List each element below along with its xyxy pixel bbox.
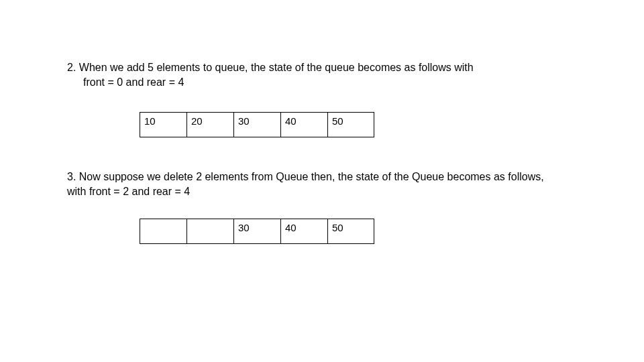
item-2-text: 2. When we add 5 elements to queue, the … — [67, 60, 604, 90]
queue-cell: 30 — [233, 219, 280, 244]
queue-row-1: 10 20 30 40 50 — [140, 112, 604, 137]
item-2-line1: 2. When we add 5 elements to queue, the … — [67, 60, 604, 75]
item-3-number: 3. — [67, 171, 76, 182]
list-item-2: 2. When we add 5 elements to queue, the … — [67, 60, 604, 137]
list-item-3: 3. Now suppose we delete 2 elements from… — [67, 170, 604, 244]
queue-cell: 30 — [233, 112, 280, 137]
item-3-line1: 3. Now suppose we delete 2 elements from… — [67, 170, 604, 184]
queue-cell: 40 — [280, 219, 327, 244]
item-3-text-line2: with front = 2 and rear = 4 — [67, 184, 604, 199]
queue-cell: 40 — [280, 112, 327, 137]
queue-cell: 50 — [327, 219, 374, 244]
item-2-number: 2. — [67, 62, 76, 73]
queue-cell: 10 — [140, 112, 186, 137]
item-3-text-line1: Now suppose we delete 2 elements from Qu… — [79, 171, 544, 182]
queue-cell: 20 — [186, 112, 233, 137]
queue-row-2: 30 40 50 — [140, 219, 604, 244]
item-2-text-line2: front = 0 and rear = 4 — [67, 75, 604, 90]
queue-cell — [140, 219, 186, 244]
item-3-text: 3. Now suppose we delete 2 elements from… — [67, 170, 604, 200]
queue-cell — [186, 219, 233, 244]
item-2-text-line1: When we add 5 elements to queue, the sta… — [79, 62, 474, 73]
queue-cell: 50 — [327, 112, 374, 137]
